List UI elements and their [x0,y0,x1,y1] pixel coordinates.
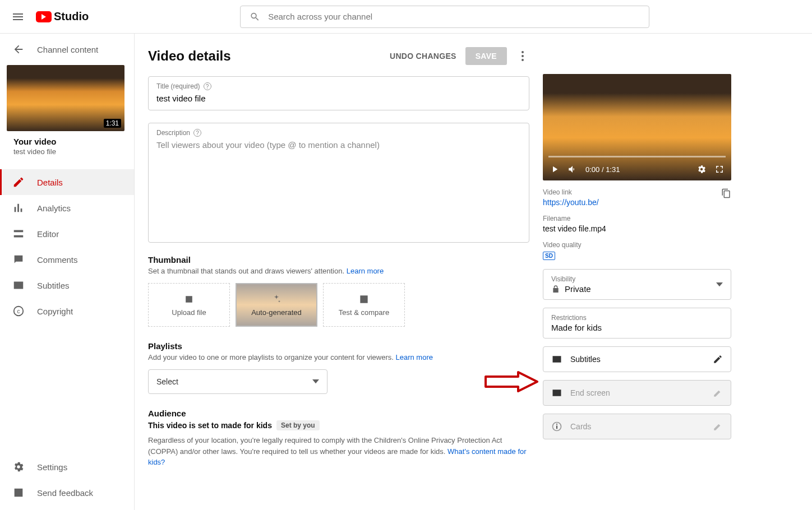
gear-icon [12,461,25,473]
svg-text:c: c [17,308,20,314]
compare-icon [358,294,370,305]
help-icon[interactable]: ? [204,82,211,90]
sidebar-item-details[interactable]: Details [0,169,134,195]
cards-row: Cards [543,414,731,439]
set-by-you-chip: Set by you [276,420,320,430]
pencil-icon [713,421,723,432]
svg-point-2 [522,51,524,53]
subtitles-icon [12,279,25,291]
video-preview[interactable]: 0:00 / 1:31 [543,74,731,180]
sidebar-item-copyright[interactable]: c Copyright [0,298,134,324]
pencil-icon [713,388,723,398]
image-upload-icon [183,294,195,305]
svg-rect-7 [556,424,557,425]
feedback-icon [12,486,25,499]
more-options-button[interactable] [516,49,529,63]
search-input[interactable] [268,12,640,21]
back-to-channel-content[interactable]: Channel content [0,34,134,65]
audience-status: This video is set to made for kids [148,421,272,430]
visibility-panel[interactable]: Visibility Private [543,269,731,300]
sidebar-item-settings[interactable]: Settings [0,454,134,480]
copyright-icon: c [12,305,25,317]
studio-logo[interactable]: Studio [36,10,89,23]
end-screen-row: End screen [543,380,731,406]
sidebar-item-analytics[interactable]: Analytics [0,195,134,221]
playlists-learn-more-link[interactable]: Learn more [396,353,433,361]
playback-time: 0:00 / 1:31 [585,165,620,174]
description-placeholder: Tell viewers about your video (type @ to… [156,140,521,150]
help-icon[interactable]: ? [193,129,201,137]
pencil-icon[interactable] [713,354,723,364]
chevron-down-icon [716,282,723,286]
restrictions-panel[interactable]: Restrictions Made for kids [543,308,731,339]
right-column: 0:00 / 1:31 Video link https://youtu.be/… [543,47,731,510]
duration-badge: 1:31 [104,119,121,128]
svg-rect-6 [556,425,557,429]
title-field[interactable]: Title (required)? [148,76,529,110]
video-link[interactable]: https://youtu.be/ [543,198,599,207]
your-video-title: test video file [13,147,127,156]
fullscreen-icon[interactable] [714,164,725,174]
search-icon [250,11,260,22]
thumbnail-auto-option[interactable]: Auto-generated [236,283,317,327]
end-screen-icon [551,387,562,398]
chevron-down-icon [312,379,319,383]
audience-heading: Audience [148,409,529,418]
info-icon [551,421,562,432]
comments-icon [12,253,25,266]
save-button[interactable]: SAVE [465,47,507,65]
description-field[interactable]: Description? Tell viewers about your vid… [148,123,529,243]
filename-value: test video file.mp4 [543,224,731,233]
app-header: Studio [0,0,812,34]
settings-gear-icon[interactable] [696,164,707,174]
analytics-icon [12,202,25,214]
thumbnail-learn-more-link[interactable]: Learn more [347,267,384,275]
sd-badge: SD [543,252,555,260]
your-video-heading: Your video [13,137,127,146]
undo-changes-button[interactable]: UNDO CHANGES [390,52,456,61]
sidebar: Channel content 1:31 Your video test vid… [0,34,135,510]
volume-icon[interactable] [568,164,578,174]
subtitles-icon [551,354,562,365]
search-box[interactable] [240,6,649,28]
progress-bar[interactable] [548,156,726,157]
sidebar-item-editor[interactable]: Editor [0,221,134,247]
playlists-select[interactable]: Select [148,369,327,394]
title-input[interactable] [156,94,521,103]
logo-text: Studio [54,10,89,23]
lock-icon [551,285,560,294]
thumbnail-heading: Thumbnail [148,255,529,265]
svg-point-3 [522,55,524,57]
thumbnail-test-option[interactable]: Test & compare [323,283,405,327]
play-icon[interactable] [550,164,560,174]
sidebar-item-feedback[interactable]: Send feedback [0,480,134,506]
video-thumbnail[interactable]: 1:31 [7,65,124,131]
youtube-icon [36,11,52,22]
sidebar-item-subtitles[interactable]: Subtitles [0,272,134,298]
pencil-icon [12,176,25,188]
page-title: Video details [148,48,231,64]
copy-link-button[interactable] [721,188,731,200]
arrow-left-icon [12,43,25,55]
playlists-heading: Playlists [148,341,529,351]
thumbnail-upload-option[interactable]: Upload file [148,283,230,327]
details-column: Video details UNDO CHANGES SAVE Title (r… [148,47,529,510]
svg-point-4 [522,59,524,61]
hamburger-menu-button[interactable] [11,10,25,24]
editor-icon [12,228,25,240]
subtitles-row[interactable]: Subtitles [543,346,731,372]
annotation-arrow [485,371,538,392]
sidebar-item-comments[interactable]: Comments [0,247,134,272]
sparkle-icon [271,294,282,305]
